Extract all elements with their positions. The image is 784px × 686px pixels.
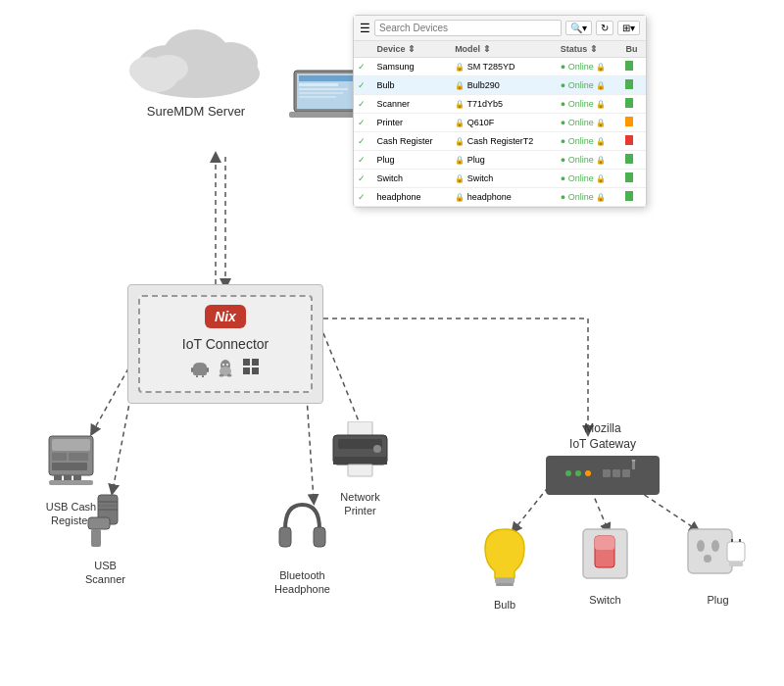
mozilla-label: MozillaIoT Gateway	[534, 421, 671, 452]
grid-button[interactable]: ⊞▾	[617, 21, 640, 35]
iot-connector-box: Nix IoT Connector	[127, 284, 323, 404]
cloud-svg	[118, 10, 274, 98]
row-check[interactable]: ✓	[354, 95, 373, 114]
refresh-button[interactable]: ↻	[596, 21, 613, 35]
table-row[interactable]: ✓ Bulb 🔒 Bulb290 ● Online 🔒	[354, 76, 646, 95]
svg-rect-72	[612, 469, 620, 477]
row-device: headphone	[373, 188, 452, 207]
svg-rect-23	[299, 92, 343, 94]
cloud-group: SureMDM Server	[98, 10, 294, 119]
table-row[interactable]: ✓ Printer 🔒 Q610F ● Online 🔒	[354, 114, 646, 132]
col-model: Model ⇕	[451, 41, 557, 58]
search-input[interactable]	[374, 20, 562, 36]
diagram: SureMDM Server ☰ 🔍▾ ↻ ⊞▾ Device ⇕ Model …	[0, 0, 784, 686]
svg-point-14	[203, 42, 258, 85]
table-row[interactable]: ✓ headphone 🔒 headphone ● Online 🔒	[354, 188, 646, 207]
svg-line-4	[323, 333, 363, 431]
iot-box-inner: Nix IoT Connector	[138, 295, 313, 393]
row-check[interactable]: ✓	[354, 151, 373, 170]
table-row[interactable]: ✓ Cash Register 🔒 Cash RegisterT2 ● Onli…	[354, 132, 646, 151]
row-check[interactable]: ✓	[354, 114, 373, 132]
svg-rect-43	[52, 439, 90, 451]
svg-rect-50	[49, 480, 93, 485]
iot-connector-label: IoT Connector	[148, 336, 303, 352]
row-model: 🔒 headphone	[451, 188, 557, 207]
svg-rect-46	[52, 463, 87, 470]
device-table-body: ✓ Samsung 🔒 SM T285YD ● Online 🔒 ✓ Bulb …	[354, 58, 646, 207]
svg-point-67	[575, 470, 581, 476]
dashboard-toolbar: ☰ 🔍▾ ↻ ⊞▾	[354, 16, 646, 41]
device-table: Device ⇕ Model ⇕ Status ⇕ Bu ✓ Samsung 🔒…	[354, 41, 646, 207]
row-check[interactable]: ✓	[354, 58, 373, 76]
row-device: Switch	[373, 170, 452, 188]
nix-badge: Nix	[205, 305, 246, 328]
row-check[interactable]: ✓	[354, 188, 373, 207]
table-row[interactable]: ✓ Switch 🔒 Switch ● Online 🔒	[354, 170, 646, 188]
row-bar	[621, 151, 646, 170]
row-bar	[621, 188, 646, 207]
svg-rect-62	[348, 465, 372, 476]
plug-label: Plug	[686, 593, 750, 607]
row-model: 🔒 Bulb290	[451, 76, 557, 95]
svg-rect-24	[299, 96, 336, 98]
row-model: 🔒 T71dYb5	[451, 95, 557, 114]
menu-icon[interactable]: ☰	[360, 22, 370, 35]
row-status: ● Online 🔒	[557, 188, 622, 207]
svg-rect-31	[202, 375, 204, 377]
linux-icon	[217, 358, 234, 383]
bulb-icon: Bulb	[480, 524, 529, 612]
network-printer-icon: NetworkPrinter	[328, 421, 392, 518]
bluetooth-headphone-icon: BluetoothHeadphone	[274, 500, 330, 597]
row-device: Bulb	[373, 76, 452, 95]
svg-rect-86	[729, 562, 743, 566]
switch-label: Switch	[578, 593, 632, 607]
switch-icon: Switch	[578, 524, 632, 607]
usb-scanner-icon: USBScanner	[83, 490, 127, 587]
svg-rect-53	[91, 529, 101, 547]
svg-rect-22	[299, 88, 348, 90]
row-bar	[621, 95, 646, 114]
dashboard-panel: ☰ 🔍▾ ↻ ⊞▾ Device ⇕ Model ⇕ Status ⇕ Bu ✓…	[353, 15, 647, 208]
table-row[interactable]: ✓ Plug 🔒 Plug ● Online 🔒	[354, 151, 646, 170]
row-check[interactable]: ✓	[354, 132, 373, 151]
row-status: ● Online 🔒	[557, 58, 622, 76]
bulb-label: Bulb	[480, 598, 529, 612]
plug-icon: Plug	[686, 524, 750, 607]
svg-point-33	[222, 364, 224, 366]
row-check[interactable]: ✓	[354, 170, 373, 188]
row-device: Scanner	[373, 95, 452, 114]
switch-img	[578, 524, 632, 589]
svg-point-68	[585, 470, 591, 476]
svg-rect-30	[196, 375, 198, 377]
row-status: ● Online 🔒	[557, 151, 622, 170]
row-device: Plug	[373, 151, 452, 170]
row-check[interactable]: ✓	[354, 76, 373, 95]
svg-point-82	[704, 555, 711, 563]
svg-point-34	[226, 364, 228, 366]
row-model: 🔒 SM T285YD	[451, 58, 557, 76]
android-icon	[191, 358, 209, 383]
table-row[interactable]: ✓ Scanner 🔒 T71dYb5 ● Online 🔒	[354, 95, 646, 114]
mozilla-gateway-box: MozillaIoT Gateway	[534, 421, 671, 495]
row-status: ● Online 🔒	[557, 95, 622, 114]
row-bar	[621, 170, 646, 188]
svg-rect-44	[52, 453, 67, 461]
table-row[interactable]: ✓ Samsung 🔒 SM T285YD ● Online 🔒	[354, 58, 646, 76]
search-button[interactable]: 🔍▾	[565, 21, 592, 35]
plug-img	[686, 524, 750, 589]
svg-point-81	[711, 540, 719, 552]
svg-rect-28	[191, 368, 193, 372]
svg-point-37	[227, 374, 232, 377]
svg-rect-75	[496, 583, 514, 586]
svg-rect-63	[279, 527, 291, 547]
scanner-img	[83, 490, 127, 555]
row-device: Samsung	[373, 58, 452, 76]
svg-rect-74	[495, 578, 514, 583]
row-device: Cash Register	[373, 132, 452, 151]
cash-register-img	[44, 426, 98, 496]
svg-rect-71	[603, 469, 611, 477]
svg-point-36	[220, 374, 224, 377]
svg-rect-83	[727, 542, 745, 562]
row-model: 🔒 Q610F	[451, 114, 557, 132]
svg-point-17	[149, 55, 188, 82]
